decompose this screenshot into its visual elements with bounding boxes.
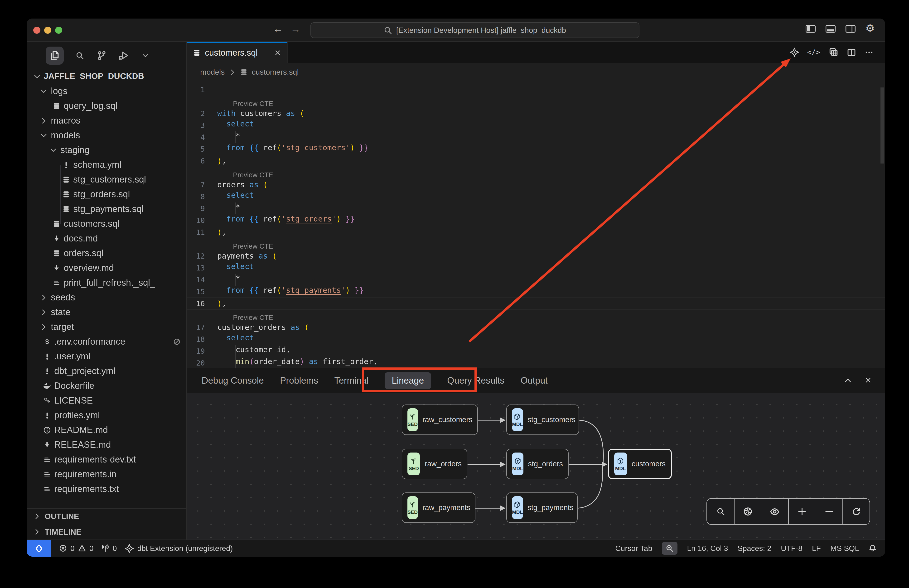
tree-item[interactable]: target — [27, 320, 186, 334]
tree-item[interactable]: customers.sql — [27, 216, 186, 231]
tree-item[interactable]: stg_customers.sql — [27, 172, 186, 187]
panel-tab[interactable]: Query Results — [447, 375, 504, 386]
tree-item[interactable]: README.md — [27, 423, 186, 437]
tree-item[interactable]: .user.yml — [27, 349, 186, 363]
panel-tab[interactable]: Terminal — [334, 375, 368, 386]
run-debug-view-button[interactable] — [118, 50, 129, 61]
tree-item[interactable]: print_full_refresh._sql_ — [27, 275, 186, 290]
panel-tab[interactable]: Problems — [280, 375, 318, 386]
zoom-in-button[interactable] — [788, 499, 815, 524]
panel-tab[interactable]: Output — [521, 375, 548, 386]
tree-item[interactable]: requirements.txt — [27, 481, 186, 496]
lineage-visibility-button[interactable] — [761, 499, 788, 524]
codelens-preview-cte[interactable]: Preview CTE — [187, 309, 885, 321]
zoom-out-button[interactable] — [815, 499, 843, 524]
explorer-view-button[interactable] — [46, 46, 64, 65]
sidebar-section-header[interactable]: OUTLINE — [27, 508, 186, 524]
panel-tab[interactable]: Debug Console — [202, 375, 264, 386]
chevron-up-icon[interactable] — [844, 376, 852, 384]
breadcrumb-file[interactable]: customers.sql — [252, 68, 299, 76]
minimize-window-button[interactable] — [44, 27, 51, 34]
more-views-button[interactable] — [140, 50, 151, 61]
ports-status[interactable]: 0 — [101, 544, 117, 552]
lineage-node[interactable]: SED raw_customers — [402, 404, 478, 435]
tree-item[interactable]: orders.sql — [27, 246, 186, 260]
codelens-preview-cte[interactable]: Preview CTE — [187, 167, 885, 179]
line-number: 9 — [187, 204, 217, 213]
command-center-search[interactable]: [Extension Development Host] jaffle_shop… — [310, 23, 639, 38]
chevron-down-icon — [40, 87, 48, 95]
lineage-snapshot-button[interactable] — [734, 499, 761, 524]
panel-tab[interactable]: Lineage — [384, 372, 431, 389]
codelens-preview-cte[interactable]: Preview CTE — [187, 95, 885, 107]
close-icon[interactable] — [274, 49, 281, 57]
lineage-node[interactable]: MDL stg_orders — [506, 449, 568, 479]
lineage-search-button[interactable] — [707, 499, 734, 524]
more-actions-icon[interactable] — [864, 47, 874, 57]
tree-item[interactable]: profiles.yml — [27, 408, 186, 423]
problems-status[interactable]: 0 0 — [59, 544, 94, 552]
code-line: 7 orders as ( — [187, 179, 885, 191]
compiled-code-icon[interactable]: </> — [807, 48, 820, 57]
cursor-position-status[interactable]: Ln 16, Col 3 — [687, 544, 728, 552]
dbt-extension-status[interactable]: dbt Extension (unregistered) — [124, 544, 233, 553]
breadcrumb-folder[interactable]: models — [200, 68, 224, 76]
tree-item[interactable]: $ .env.conformance — [27, 334, 186, 349]
zoom-window-button[interactable] — [55, 27, 62, 34]
tab-customers-sql[interactable]: customers.sql — [187, 42, 287, 63]
lineage-node[interactable]: MDL stg_customers — [506, 404, 579, 435]
tree-item[interactable]: RELEASE.md — [27, 437, 186, 452]
tree-item[interactable]: overview.md — [27, 260, 186, 275]
close-window-button[interactable] — [33, 27, 40, 34]
tree-item[interactable]: stg_orders.sql — [27, 187, 186, 202]
tree-item[interactable]: macros — [27, 113, 186, 128]
lineage-node[interactable]: MDL customers — [608, 449, 672, 479]
query-results-icon[interactable] — [828, 47, 839, 58]
close-icon[interactable] — [864, 376, 872, 384]
toggle-primary-sidebar-icon[interactable] — [806, 24, 816, 33]
source-control-view-button[interactable] — [96, 50, 107, 61]
tree-item[interactable]: schema.yml — [27, 157, 186, 172]
tree-item[interactable]: requirements.in — [27, 467, 186, 481]
cursor-tab-status[interactable]: Cursor Tab — [615, 544, 652, 552]
codelens-preview-cte[interactable]: Preview CTE — [187, 238, 885, 250]
tree-item[interactable]: stg_payments.sql — [27, 202, 186, 216]
split-editor-icon[interactable] — [847, 47, 856, 57]
toggle-secondary-sidebar-icon[interactable] — [846, 24, 856, 33]
lineage-node[interactable]: SED raw_payments — [402, 493, 475, 523]
tree-item[interactable]: seeds — [27, 290, 186, 305]
lineage-canvas[interactable]: SED raw_customers MDL stg_customers — [187, 393, 885, 540]
encoding-status[interactable]: UTF-8 — [781, 544, 802, 552]
tree-item[interactable]: staging — [27, 142, 186, 157]
tree-item[interactable]: logs — [27, 84, 186, 99]
lineage-toolbar — [707, 498, 870, 525]
tree-item[interactable]: state — [27, 305, 186, 320]
search-view-button[interactable] — [74, 50, 86, 61]
lineage-node[interactable]: MDL stg_payments — [506, 493, 578, 523]
back-icon[interactable]: ← — [273, 23, 283, 35]
zoom-indicator[interactable] — [662, 542, 678, 555]
forward-icon[interactable]: → — [291, 23, 300, 35]
tree-item-label: macros — [51, 115, 81, 126]
gear-icon[interactable]: ⚙ — [865, 23, 875, 34]
bell-icon[interactable] — [869, 544, 877, 552]
chevron-down-icon — [50, 146, 57, 154]
tree-item[interactable]: requirements-dev.txt — [27, 452, 186, 467]
language-mode-status[interactable]: MS SQL — [830, 544, 859, 552]
toggle-panel-icon[interactable] — [825, 24, 836, 33]
tree-root-folder[interactable]: JAFFLE_SHOP_DUCKDB — [27, 69, 186, 84]
indentation-status[interactable]: Spaces: 2 — [738, 544, 771, 552]
lineage-node[interactable]: SED raw_orders — [402, 449, 467, 479]
tree-item[interactable]: LICENSE — [27, 393, 186, 408]
tree-item[interactable]: models — [27, 128, 186, 142]
eol-status[interactable]: LF — [812, 544, 821, 552]
remote-indicator[interactable] — [27, 540, 51, 557]
tree-item[interactable]: query_log.sql — [27, 99, 186, 113]
tree-item[interactable]: docs.md — [27, 231, 186, 246]
refresh-button[interactable] — [843, 499, 870, 524]
dbt-icon[interactable] — [790, 47, 799, 57]
tree-item[interactable]: dbt_project.yml — [27, 363, 186, 378]
sidebar-section-header[interactable]: TIMELINE — [27, 524, 186, 540]
editor-scrollbar[interactable] — [880, 87, 884, 163]
tree-item[interactable]: Dockerfile — [27, 378, 186, 393]
